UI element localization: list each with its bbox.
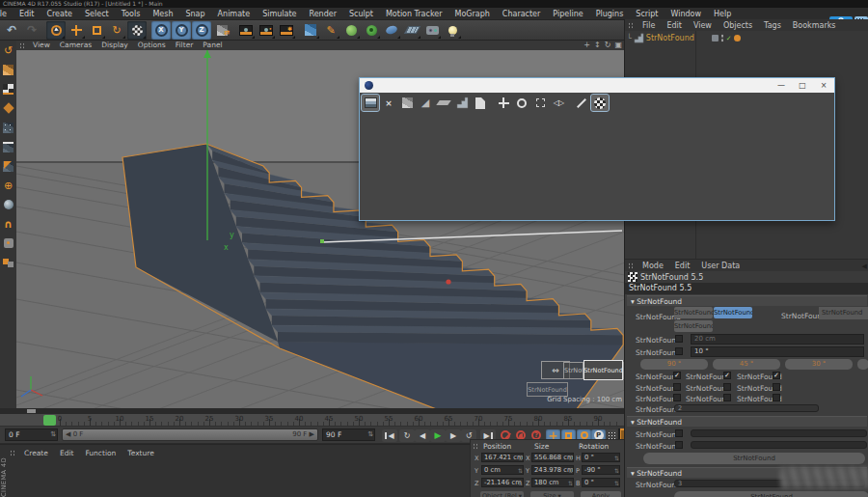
menu-item-function[interactable]: Function — [79, 447, 122, 459]
coord-field-X-pv[interactable]: 167.421 cm⇅ — [481, 453, 524, 462]
menu-item-mode[interactable]: Mode — [637, 260, 669, 272]
checkbox-r0c1[interactable]: ✓ — [723, 372, 731, 379]
render-view-button[interactable] — [236, 21, 256, 40]
workplane-lock-button[interactable] — [2, 236, 15, 250]
menu-item-create[interactable]: Create — [41, 8, 79, 20]
enable-axis-button[interactable]: ⊕ — [2, 179, 15, 192]
cross-arrows-button[interactable]: × — [380, 95, 397, 111]
coord-field-Y-pv[interactable]: 0 cm⇅ — [481, 465, 524, 475]
menu-item-motion-tracker[interactable]: Motion Tracker — [379, 8, 448, 20]
panel-grip-icon[interactable] — [10, 450, 16, 456]
make-editable-button[interactable]: ↺ — [2, 43, 15, 57]
menu-item-cameras[interactable]: Cameras — [55, 41, 96, 50]
spinner-icon[interactable]: ⇅ — [518, 454, 523, 462]
menu-item-edit[interactable]: Edit — [13, 8, 41, 20]
add-light-button[interactable] — [443, 21, 462, 40]
flat-wedge-button[interactable] — [435, 95, 452, 111]
add-deformer-button[interactable] — [382, 21, 401, 40]
layer-icon[interactable] — [712, 35, 719, 41]
empty-bar-field[interactable] — [691, 441, 867, 449]
spinner-icon[interactable]: ⇅ — [518, 466, 523, 475]
checkbox-r1c0[interactable] — [673, 383, 681, 391]
floating-window-titlebar[interactable]: — □ × — [360, 78, 834, 93]
panel-grip-icon[interactable] — [19, 42, 26, 49]
end-frame-field[interactable]: 90 F⇅ — [322, 428, 375, 441]
coord-field-Z-pv[interactable]: -21.146 cm⇅ — [481, 478, 524, 487]
cube-primitive-button[interactable] — [398, 95, 416, 111]
spinner-icon[interactable]: ⇅ — [614, 454, 619, 462]
next-key-button[interactable]: ▶ — [446, 429, 461, 442]
stairs-preset-button[interactable] — [362, 95, 379, 111]
frame-range-slider[interactable]: ◀ 0 F 90 F ▶ — [62, 428, 318, 441]
polygons-mode-button[interactable] — [2, 159, 15, 173]
checkbox-r2c0[interactable] — [673, 394, 681, 401]
checkbox-r0c2[interactable]: ✓ — [773, 372, 780, 379]
rotate-button[interactable] — [513, 95, 530, 111]
x-axis-lock-button[interactable]: X — [151, 21, 171, 40]
goto-start-button[interactable]: ◀ — [382, 429, 397, 442]
menu-item-render[interactable]: Render — [303, 8, 342, 20]
menu-item-create[interactable]: Create — [18, 447, 54, 459]
value-field-disabled[interactable]: 20 cm — [691, 334, 864, 345]
checkbox-r1c2[interactable] — [773, 383, 780, 391]
apply-button[interactable]: Apply — [581, 491, 621, 497]
checker-ball-button[interactable] — [591, 95, 609, 111]
menu-item-view[interactable]: View — [28, 41, 55, 50]
checkbox[interactable] — [675, 347, 683, 355]
mirror-button[interactable]: ◁▷ — [550, 95, 567, 111]
steps-value-field[interactable]: 2 — [674, 404, 819, 412]
menu-item-options[interactable]: Options — [133, 41, 171, 50]
group-header-1[interactable]: ▾ StrNotFound — [627, 295, 867, 306]
spinner-icon[interactable]: ⇅ — [568, 454, 573, 462]
y-axis-lock-button[interactable]: Y — [172, 21, 191, 40]
size-mode-dropdown[interactable]: Size ▾ — [530, 491, 574, 497]
play-button[interactable]: ▶ — [430, 429, 446, 442]
play-backwards-button[interactable]: ↻ — [399, 429, 415, 442]
menu-item-display[interactable]: Display — [96, 41, 133, 50]
hud-band-active[interactable]: StrNotFound — [583, 360, 623, 380]
menu-item-user-data[interactable]: User Data — [695, 260, 746, 272]
menu-item-select[interactable]: Select — [78, 8, 115, 20]
menu-item-animate[interactable]: Animate — [211, 8, 257, 20]
coordinate-mode-dropdown[interactable]: Object (Rel ▾ — [480, 491, 524, 497]
workplane-mode-button[interactable] — [2, 101, 15, 115]
menu-item-bookmarks[interactable]: Bookmarks — [787, 19, 842, 32]
checkbox-r2c2[interactable] — [773, 394, 780, 401]
close-button[interactable]: × — [813, 78, 834, 93]
menu-item-edit[interactable]: Edit — [661, 19, 688, 32]
snap-button[interactable]: ∩ — [2, 217, 15, 231]
edges-mode-button[interactable] — [2, 140, 15, 153]
menu-item-snap[interactable]: Snap — [179, 8, 211, 20]
checkbox[interactable] — [675, 441, 683, 449]
scale-button[interactable] — [531, 95, 549, 111]
object-name[interactable]: StrNotFound — [646, 34, 694, 42]
add-camera-button[interactable] — [422, 21, 442, 40]
texture-tag-icon[interactable] — [734, 35, 741, 41]
maximize-button[interactable]: □ — [792, 78, 813, 93]
knife-button[interactable] — [573, 95, 590, 111]
scale-tool[interactable] — [87, 21, 106, 40]
menu-item-objects[interactable]: Objects — [718, 19, 758, 32]
wide-button-bottom[interactable]: StrNotFound — [674, 491, 868, 497]
wide-button[interactable]: StrNotFound — [643, 453, 865, 464]
object-row[interactable]: └ StrNotFound ✓ — [627, 33, 868, 43]
angle-button-partial[interactable] — [857, 359, 868, 370]
hud-lower-box[interactable]: StrNotFound — [527, 382, 568, 397]
menu-item-tags[interactable]: Tags — [758, 19, 787, 32]
checkbox-r1c1[interactable] — [723, 383, 731, 391]
redo-button[interactable]: ↷ — [22, 21, 41, 40]
coord-field-Y-sv[interactable]: 243.978 cm⇅ — [531, 465, 574, 475]
menu-item-filter[interactable]: Filter — [171, 41, 199, 50]
last-used-tool[interactable] — [127, 21, 147, 40]
quantize-button[interactable] — [2, 256, 15, 269]
stairs-button[interactable] — [453, 95, 471, 111]
enabled-check-icon[interactable]: ✓ — [726, 35, 732, 42]
add-primitive-button[interactable] — [301, 21, 320, 40]
angle-button-30°[interactable]: 30 ° — [785, 359, 853, 370]
menu-item-sculpt[interactable]: Sculpt — [342, 8, 379, 20]
spinner-icon[interactable]: ⇅ — [568, 479, 573, 487]
panel-grip-icon[interactable] — [473, 443, 479, 450]
menu-item-edit[interactable]: Edit — [54, 447, 80, 459]
previous-key-button[interactable]: ◀ — [415, 429, 430, 442]
menu-item-tools[interactable]: Tools — [115, 8, 147, 20]
